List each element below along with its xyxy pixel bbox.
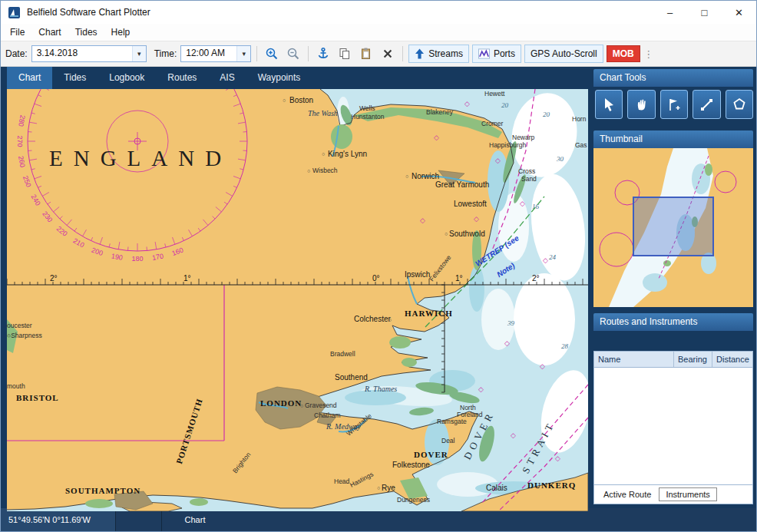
minimize-button[interactable]: – [653,1,687,24]
svg-text:270: 270 [16,135,24,147]
tab-logbook[interactable]: Logbook [98,67,156,89]
tab-active-route[interactable]: Active Route [597,488,657,501]
date-value: 3.14.2018 [32,46,132,61]
thumbnail-map[interactable] [593,148,753,307]
polygon-tool-button[interactable] [726,90,753,119]
routes-header: Routes and Instruments [593,313,753,331]
toolbar-overflow[interactable]: ⋮ [643,48,654,60]
thumbnail-header: Thumbnail [593,131,753,148]
paste-icon [359,47,373,61]
menu-item-tides[interactable]: Tides [68,24,104,41]
chart-map: 160170180190200210220230240250260270280 [7,89,588,511]
copy-button[interactable] [336,45,354,63]
routes-title: Routes and Instruments [600,316,697,327]
time-label: Time: [154,48,177,59]
zoom-in-button[interactable] [263,45,281,63]
main-tab-bar: ChartTidesLogbookRoutesAISWaypoints [1,67,589,89]
pan-tool-button[interactable] [627,90,655,119]
thumbnail-title: Thumbnail [600,134,643,144]
line-tool-button[interactable] [693,90,720,119]
streams-label: Streams [428,48,463,59]
menu-item-help[interactable]: Help [104,24,137,41]
polygon-icon [731,96,748,113]
toolbar-separator [402,46,403,61]
title-bar[interactable]: Belfield Software Chart Plotter – □ ✕ [1,1,756,24]
paste-button[interactable] [357,45,375,63]
flag-plus-icon [666,96,683,113]
gps-autoscroll-button[interactable]: GPS Auto-Scroll [524,45,603,63]
chart-tools-title: Chart Tools [600,72,646,83]
column-header-bearing[interactable]: Bearing [674,352,712,367]
routes-table-header: NameBearingDistance [593,351,753,368]
column-header-distance[interactable]: Distance [712,352,752,367]
tab-routes[interactable]: Routes [156,67,208,89]
toolbar: Date: 3.14.2018 ▾ Time: 12:00 AM ▾ [1,41,756,67]
cursor-coordinates: 51°49.56'N 0°11.69'W [1,508,116,531]
pointer-icon [600,96,617,113]
anchor-icon [316,47,330,61]
delete-button[interactable] [378,45,397,63]
line-icon [698,96,715,113]
date-label: Date: [5,48,28,59]
tab-tides[interactable]: Tides [52,67,98,89]
maximize-button[interactable]: □ [687,1,722,24]
delete-icon [382,48,394,60]
status-mode: Chart [162,515,228,524]
status-bar: 51°49.56'N 0°11.69'W Chart [1,508,756,531]
ports-label: Ports [494,48,515,59]
gps-autoscroll-label: GPS Auto-Scroll [531,48,597,59]
menu-bar: FileChartTidesHelp [1,24,756,41]
time-value: 12:00 AM [181,46,236,61]
toolbar-separator [308,46,309,61]
app-icon [8,6,21,19]
chevron-down-icon[interactable]: ▾ [236,46,250,61]
tab-chart[interactable]: Chart [7,67,52,89]
pointer-tool-button[interactable] [595,90,623,119]
menu-item-file[interactable]: File [3,24,31,41]
zoom-out-icon [286,47,300,61]
zoom-in-icon [265,47,279,61]
wave-icon [478,48,490,59]
time-combobox[interactable]: 12:00 AM ▾ [180,45,251,62]
copy-icon [338,47,352,61]
ports-button[interactable]: Ports [472,45,521,63]
up-arrow-icon [415,48,425,59]
routes-gap [593,331,753,351]
status-spacer [116,508,162,531]
thumbnail-canvas [593,148,753,307]
sidebar: Chart Tools Thumbn [589,67,757,508]
hand-icon [633,96,650,113]
routes-bottom-tabs: Active RouteInstruments [593,485,753,504]
chart-pane: ChartTidesLogbookRoutesAISWaypoints [1,67,589,508]
tab-waypoints[interactable]: Waypoints [246,67,312,89]
menu-item-chart[interactable]: Chart [31,24,68,41]
date-combobox[interactable]: 3.14.2018 ▾ [31,45,147,62]
mob-button[interactable]: MOB [607,45,640,62]
window-title: Belfield Software Chart Plotter [27,7,653,18]
tab-instruments[interactable]: Instruments [659,487,716,501]
toolbar-separator [256,46,257,61]
chart-tools-header: Chart Tools [593,69,753,87]
close-button[interactable]: ✕ [722,1,756,24]
streams-button[interactable]: Streams [408,45,469,63]
app-window: Belfield Software Chart Plotter – □ ✕ Fi… [0,0,757,532]
chevron-down-icon[interactable]: ▾ [132,46,146,61]
svg-text:180: 180 [131,255,143,263]
tab-ais[interactable]: AIS [208,67,246,89]
anchor-button[interactable] [314,45,332,63]
zoom-out-button[interactable] [284,45,302,63]
chart-canvas[interactable]: 160170180190200210220230240250260270280 [7,89,588,511]
column-header-name[interactable]: Name [594,352,674,367]
chart-tools-panel [593,87,753,125]
main-content: ChartTidesLogbookRoutesAISWaypoints [1,67,756,508]
flag-tool-button[interactable] [660,90,688,119]
routes-table-body[interactable] [593,368,753,485]
thumbnail-viewport[interactable] [633,197,713,256]
